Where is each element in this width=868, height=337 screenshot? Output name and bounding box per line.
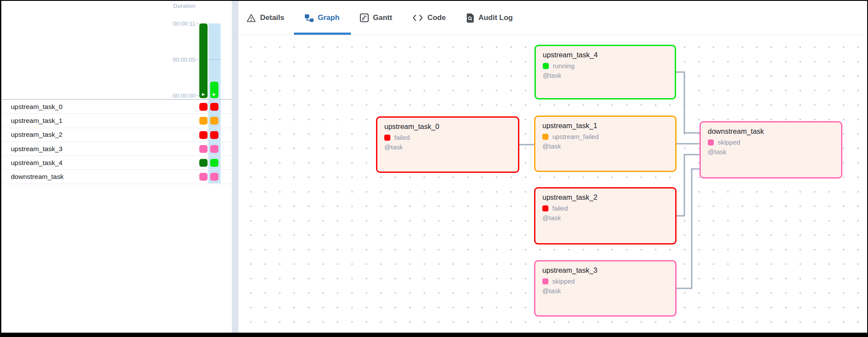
- task-label: upstream_task_0: [11, 103, 63, 111]
- node-status: skipped: [708, 139, 834, 146]
- run-duration-bar-run-1[interactable]: ▶: [199, 23, 208, 98]
- node-upstream_task_2[interactable]: upstream_task_2failed@task: [534, 187, 677, 244]
- axis-tick: 00:00:00: [172, 93, 195, 99]
- node-status: skipped: [542, 278, 668, 285]
- edge-upstream_task_4-to-downstream_task: [675, 72, 700, 133]
- node-state: upstream_failed: [552, 133, 599, 140]
- node-operator: @task: [543, 72, 668, 79]
- status-square-skipped: [708, 139, 714, 145]
- task-label: upstream_task_4: [11, 159, 63, 167]
- chart-gridline: [208, 59, 221, 60]
- task-instance-square-skipped[interactable]: [199, 145, 208, 153]
- tab-bar: DetailsGraphGanttCodeAudit Log: [238, 1, 866, 35]
- task-row-upstream_task_4[interactable]: upstream_task_4: [2, 156, 232, 170]
- node-title: upstream_task_0: [384, 122, 511, 131]
- node-state: failed: [394, 134, 410, 141]
- task-instance-square-skipped[interactable]: [210, 145, 218, 153]
- tab-label: Code: [427, 13, 446, 22]
- node-title: upstream_task_3: [542, 266, 668, 274]
- node-status: upstream_failed: [542, 133, 668, 140]
- node-operator: @task: [542, 142, 668, 150]
- task-instance-square-failed[interactable]: [210, 103, 218, 111]
- task-instance-square-upstream_failed[interactable]: [199, 117, 208, 125]
- node-state: skipped: [552, 278, 575, 285]
- node-state: running: [553, 62, 574, 69]
- tab-label: Audit Log: [479, 13, 513, 22]
- node-upstream_task_0[interactable]: upstream_task_0failed@task: [376, 116, 519, 173]
- tab-code[interactable]: Code: [412, 1, 446, 35]
- audit-log-icon: [466, 13, 475, 23]
- node-operator: @task: [384, 143, 511, 151]
- node-title: upstream_task_4: [543, 51, 668, 59]
- edge-upstream_task_3-to-downstream_task: [677, 169, 700, 288]
- duration-axis-title: Duration: [173, 3, 195, 9]
- tab-label: Graph: [318, 13, 340, 22]
- run-duration-bar-run-2[interactable]: ▶: [210, 82, 218, 98]
- task-row-upstream_task_2[interactable]: upstream_task_2: [2, 128, 232, 142]
- task-instance-square-failed[interactable]: [199, 103, 208, 111]
- edge-upstream_task_2-to-downstream_task: [677, 155, 700, 216]
- task-instance-square-failed[interactable]: [199, 131, 208, 139]
- task-label: downstream_task: [11, 173, 63, 181]
- node-state: failed: [552, 205, 568, 212]
- node-title: downstream_task: [708, 127, 834, 135]
- panel-splitter[interactable]: [232, 1, 238, 334]
- task-label: upstream_task_1: [11, 117, 63, 125]
- play-icon: ▶: [199, 92, 208, 96]
- tab-gantt[interactable]: Gantt: [360, 1, 392, 35]
- node-status: failed: [542, 205, 668, 212]
- axis-tick-mark: [196, 59, 199, 60]
- status-square-running: [543, 63, 549, 69]
- tab-label: Gantt: [373, 13, 392, 22]
- task-instance-square-skipped[interactable]: [210, 173, 218, 181]
- task-row-upstream_task_3[interactable]: upstream_task_3: [2, 142, 232, 156]
- node-operator: @task: [542, 214, 668, 221]
- task-label: upstream_task_2: [11, 131, 63, 139]
- task-row-downstream_task[interactable]: downstream_task: [2, 170, 232, 184]
- task-instance-square-success[interactable]: [199, 159, 208, 167]
- node-title: upstream_task_2: [542, 193, 668, 202]
- task-row-upstream_task_1[interactable]: upstream_task_1: [2, 114, 232, 128]
- node-status: failed: [384, 134, 511, 141]
- task-row-upstream_task_0[interactable]: upstream_task_0: [2, 100, 232, 114]
- graph-icon: [304, 13, 314, 23]
- status-square-failed: [384, 135, 390, 141]
- status-square-upstream_failed: [542, 134, 548, 140]
- gantt-icon: [360, 13, 369, 23]
- axis-tick-mark: [196, 95, 199, 96]
- axis-tick-mark: [196, 23, 199, 24]
- grid-panel: Duration 00:00:11 00:00:05 00:00:00 ▶ ▶ …: [2, 1, 232, 334]
- task-instance-square-upstream_failed[interactable]: [210, 117, 218, 125]
- node-operator: @task: [542, 287, 668, 294]
- task-label: upstream_task_3: [11, 145, 63, 153]
- status-square-failed: [542, 205, 548, 211]
- tab-audit-log[interactable]: Audit Log: [466, 1, 513, 35]
- task-instance-square-running[interactable]: [210, 159, 218, 167]
- play-icon: ▶: [210, 92, 218, 96]
- task-list: upstream_task_0upstream_task_1upstream_t…: [2, 100, 232, 184]
- node-upstream_task_4[interactable]: upstream_task_4running@task: [535, 45, 676, 99]
- tab-details[interactable]: Details: [246, 1, 284, 35]
- bottom-bar: [1, 333, 867, 336]
- node-upstream_task_3[interactable]: upstream_task_3skipped@task: [534, 260, 677, 317]
- node-operator: @task: [708, 148, 834, 155]
- axis-tick: 00:00:11: [173, 20, 195, 27]
- status-square-skipped: [542, 278, 548, 284]
- tab-label: Details: [260, 13, 284, 22]
- node-status: running: [543, 62, 668, 69]
- graph-canvas[interactable]: upstream_task_4running@taskupstream_task…: [238, 35, 866, 333]
- tab-graph[interactable]: Graph: [304, 1, 340, 35]
- task-instance-square-failed[interactable]: [210, 131, 218, 139]
- code-icon: [412, 13, 423, 22]
- warning-icon: [246, 13, 256, 23]
- axis-tick: 00:00:05: [172, 56, 195, 63]
- node-state: skipped: [718, 139, 740, 146]
- app-window: Duration 00:00:11 00:00:05 00:00:00 ▶ ▶ …: [0, 0, 868, 337]
- node-title: upstream_task_1: [542, 122, 668, 130]
- task-instance-square-skipped[interactable]: [199, 173, 208, 181]
- node-upstream_task_1[interactable]: upstream_task_1upstream_failed@task: [534, 116, 677, 172]
- node-downstream_task[interactable]: downstream_taskskipped@task: [700, 121, 842, 178]
